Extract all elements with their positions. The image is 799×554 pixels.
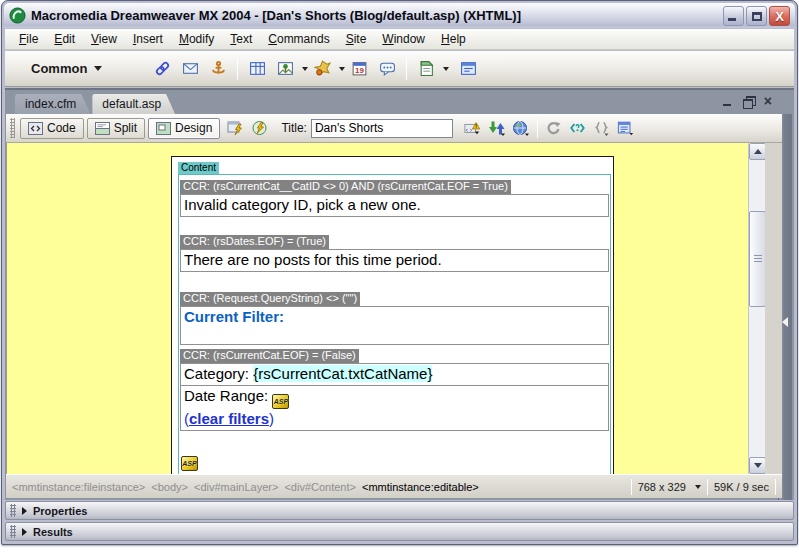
tag-editable-selected[interactable]: <mmtinstance:editable> (362, 481, 479, 493)
maximize-button[interactable] (746, 6, 767, 26)
category-label: Category: (184, 365, 253, 382)
braces-icon (593, 120, 610, 136)
doc-restore-icon[interactable] (743, 96, 755, 107)
scroll-up-button[interactable] (749, 143, 765, 160)
tag-fileinstance[interactable]: <mmtinstance:fileinstance> (12, 481, 145, 493)
expand-arrow-icon[interactable] (22, 528, 27, 536)
server-debug-button[interactable] (223, 117, 247, 140)
menu-text[interactable]: Text (222, 30, 260, 48)
named-anchor-button[interactable] (205, 56, 231, 82)
email-link-button[interactable] (177, 56, 203, 82)
arrow-up-icon (754, 149, 762, 154)
tab-index-cfm[interactable]: index.cfm (15, 94, 90, 114)
document-window: Code Split Design (6, 114, 782, 498)
scroll-down-button[interactable] (749, 457, 765, 474)
design-view-button[interactable]: Design (148, 118, 220, 139)
tag-body[interactable]: <body> (151, 481, 188, 493)
scrollbar-thumb[interactable] (749, 211, 765, 307)
expand-arrow-icon[interactable] (22, 507, 27, 515)
braces-options-button[interactable] (590, 117, 614, 140)
server-behavior-badge[interactable]: CCR: (rsCurrentCat__CatID <> 0) AND (rsC… (180, 180, 511, 194)
category-row[interactable]: Category: {rsCurrentCat.txtCatName} (180, 363, 609, 386)
date-range-label: Date Range: (184, 387, 272, 404)
tag-chooser-icon (460, 60, 477, 77)
tab-default-asp[interactable]: default.asp (92, 94, 175, 114)
server-debug-icon (227, 120, 244, 136)
menu-modify[interactable]: Modify (171, 30, 222, 48)
named-anchor-icon (210, 60, 227, 77)
refresh-design-view-button[interactable] (542, 117, 566, 140)
browser-check-icon: ! (464, 120, 481, 136)
date-icon: 19 (351, 60, 368, 77)
insert-table-button[interactable] (244, 56, 270, 82)
menu-help[interactable]: Help (433, 30, 474, 48)
doc-minimize-icon[interactable] (722, 96, 734, 107)
menu-insert[interactable]: Insert (125, 30, 171, 48)
chevron-down-icon[interactable] (94, 66, 102, 71)
properties-panel-header[interactable]: Properties (5, 501, 794, 520)
clear-filters-line: (clear filters) (184, 410, 274, 427)
table-icon (249, 60, 266, 77)
window-size-indicator[interactable]: 768 x 329 (638, 481, 686, 493)
conditional-text-block[interactable]: Invalid category ID, pick a new one. (180, 194, 609, 217)
tag-mainlayer[interactable]: <div#mainLayer> (194, 481, 278, 493)
insert-media-button[interactable] (309, 56, 335, 82)
close-button[interactable]: X (769, 6, 790, 26)
preview-in-browser-button[interactable] (509, 117, 533, 140)
document-title-input[interactable] (311, 119, 453, 138)
title-bar: Macromedia Dreamweaver MX 2004 - [Dan's … (4, 3, 795, 28)
menu-file[interactable]: File (11, 30, 46, 48)
tag-content[interactable]: <div#Content> (284, 481, 356, 493)
server-behavior-badge[interactable]: CCR: (rsDates.EOF) = (True) (180, 235, 329, 249)
main-layer-div[interactable]: Content CCR: (rsCurrentCat__CatID <> 0) … (171, 156, 614, 474)
code-view-label: Code (47, 121, 76, 135)
window-size-dropdown-icon[interactable] (695, 485, 701, 489)
doc-close-icon[interactable]: × (764, 96, 772, 107)
conditional-text-block[interactable]: There are no posts for this time period. (180, 249, 609, 272)
panel-grip[interactable] (10, 525, 16, 538)
split-view-button[interactable]: Split (87, 118, 145, 139)
media-dropdown-icon[interactable] (339, 67, 345, 71)
hyperlink-button[interactable] (149, 56, 175, 82)
live-data-view-button[interactable] (247, 117, 271, 140)
server-behavior-badge[interactable]: CCR: (Request.QueryString) <> ("") (180, 292, 360, 306)
panel-grip[interactable] (10, 504, 16, 517)
asp-code-icon[interactable]: ASP (272, 394, 289, 409)
date-range-row[interactable]: Date Range: ASP (clear filters) (180, 385, 609, 431)
server-behavior-badge[interactable]: CCR: (rsCurrentCat.EOF) = (False) (180, 349, 359, 363)
insert-image-button[interactable] (272, 56, 298, 82)
file-management-button[interactable] (485, 117, 509, 140)
results-panel-header[interactable]: Results (5, 522, 794, 541)
menu-view[interactable]: View (83, 30, 125, 48)
minimize-button[interactable] (723, 6, 744, 26)
toolbar-grip[interactable] (10, 118, 15, 138)
view-options-button[interactable] (614, 117, 638, 140)
templates-dropdown-icon[interactable] (443, 67, 449, 71)
dynamic-text-category[interactable]: {rsCurrentCat.txtCatName} (253, 365, 432, 382)
title-field-label: Title: (281, 121, 307, 135)
browser-check-button[interactable]: ! (461, 117, 485, 140)
insert-date-button[interactable]: 19 (346, 56, 372, 82)
vertical-scrollbar[interactable] (748, 143, 765, 474)
menu-edit[interactable]: Edit (46, 30, 83, 48)
tag-chooser-button[interactable] (455, 56, 481, 82)
templates-button[interactable] (413, 56, 439, 82)
app-window: Macromedia Dreamweaver MX 2004 - [Dan's … (1, 0, 798, 545)
design-view-canvas[interactable]: Content CCR: (rsCurrentCat__CatID <> 0) … (6, 143, 765, 474)
current-filter-heading: Current Filter: (184, 308, 284, 325)
insert-category-dropdown[interactable]: Common (31, 61, 87, 76)
editable-region-content[interactable]: CCR: (rsCurrentCat__CatID <> 0) AND (rsC… (178, 174, 611, 474)
document-tab-bar: index.cfm default.asp × (5, 92, 794, 114)
code-view-button[interactable]: Code (20, 118, 84, 139)
live-data-view-icon (251, 120, 268, 136)
current-filter-block[interactable]: Current Filter: (180, 306, 609, 345)
image-dropdown-icon[interactable] (302, 67, 308, 71)
menu-commands[interactable]: Commands (260, 30, 337, 48)
refresh-icon (545, 120, 562, 136)
menu-site[interactable]: Site (338, 30, 375, 48)
clear-filters-link[interactable]: clear filters (189, 410, 269, 427)
code-navigation-button[interactable] (566, 117, 590, 140)
menu-window[interactable]: Window (374, 30, 433, 48)
insert-comment-button[interactable] (374, 56, 400, 82)
asp-code-icon[interactable]: ASP (181, 456, 198, 471)
